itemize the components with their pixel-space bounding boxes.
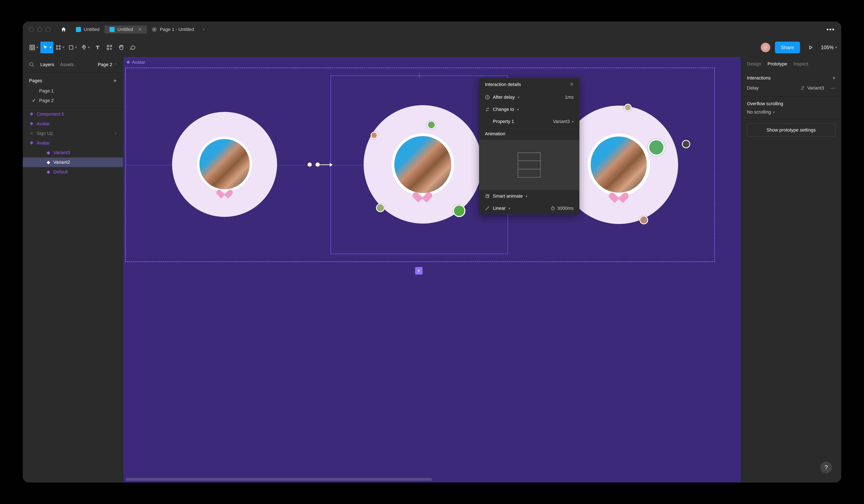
duration-value[interactable]: 3000ms — [557, 206, 574, 211]
connection-start-handle[interactable] — [315, 163, 320, 167]
layer-row[interactable]: ◆ Default — [23, 167, 123, 177]
layers-tab[interactable]: Layers — [40, 62, 54, 67]
orbit-avatar — [453, 205, 466, 217]
home-button[interactable] — [56, 25, 71, 34]
chevron-down-icon: ▾ — [75, 45, 77, 49]
page-item[interactable]: Page 1 — [29, 86, 117, 96]
trigger-row[interactable]: After delay ▾ 1ms — [479, 91, 579, 103]
resources-tool[interactable] — [104, 41, 115, 53]
shape-tool[interactable]: ▾ — [66, 41, 79, 53]
move-tool[interactable]: ▾ — [40, 41, 53, 53]
layer-label: Avatar — [37, 121, 50, 127]
stopwatch-icon — [551, 206, 555, 211]
check-icon: ✓ — [32, 98, 36, 103]
show-prototype-settings-button[interactable]: Show prototype settings — [747, 123, 835, 137]
comment-tool[interactable] — [127, 41, 139, 53]
svg-rect-7 — [107, 48, 109, 50]
file-tab[interactable]: Untitled — [71, 25, 105, 34]
trigger-label: After delay — [493, 95, 515, 100]
add-interaction-button[interactable]: + — [833, 75, 835, 81]
hand-tool[interactable] — [115, 41, 127, 53]
resize-handle[interactable] — [419, 73, 420, 78]
page-label: Page 2 — [39, 98, 54, 103]
user-avatar[interactable] — [761, 43, 770, 52]
chevron-icon: ⌃ — [114, 63, 117, 67]
heart-icon — [219, 186, 230, 195]
layer-label: Component 5 — [37, 111, 64, 117]
popup-title: Interaction details — [485, 82, 521, 87]
interaction-trigger: Delay — [747, 85, 759, 91]
toolbar: ▾ ▾ ▾ ▾ ▾ — [23, 37, 841, 57]
text-tool[interactable] — [92, 41, 104, 53]
design-tab[interactable]: Design — [747, 61, 761, 67]
action-row[interactable]: Change to ▾ — [479, 103, 579, 116]
page-item-active[interactable]: ✓ Page 2 — [29, 96, 117, 105]
chevron-down-icon: ▾ — [37, 45, 38, 49]
overflow-section: Overflow scrolling No scrolling ▾ — [741, 97, 841, 119]
layer-row[interactable]: ❖ Avatar — [23, 119, 123, 129]
svg-rect-5 — [107, 45, 109, 47]
frame-label-text: Avatar — [132, 60, 145, 65]
close-popup-button[interactable]: ✕ — [570, 82, 574, 87]
svg-rect-1 — [33, 45, 35, 47]
new-tab-button[interactable]: + — [199, 25, 208, 34]
horizontal-scrollbar[interactable] — [126, 478, 432, 481]
share-button[interactable]: Share — [775, 41, 800, 53]
layer-row[interactable]: ❖ Component 5 — [23, 109, 123, 119]
animation-preview — [479, 140, 579, 190]
avatar-photo — [591, 136, 647, 193]
svg-rect-3 — [33, 48, 35, 50]
connection-arrow — [320, 164, 332, 165]
zoom-control[interactable]: 105% ▾ — [821, 45, 837, 50]
maximize-window-button[interactable] — [45, 27, 50, 32]
remove-interaction-button[interactable]: — — [831, 85, 835, 91]
layer-row-selected[interactable]: ◆ Variant2 — [23, 157, 123, 167]
interaction-row[interactable]: Delay Variant3 — — [747, 84, 835, 93]
app-menu-button[interactable]: ••• — [820, 26, 841, 33]
page-selector[interactable]: Page 2 ⌃ — [98, 62, 117, 67]
layer-row[interactable]: ◆ Variant3 — [23, 148, 123, 157]
file-tab-active[interactable]: Untitled ✕ — [105, 25, 147, 34]
frame-tool[interactable]: ▾ — [53, 41, 66, 53]
left-panel: Layers Assets Page 2 ⌃ Pages + Page 1 ✓ — [23, 57, 123, 482]
layer-label: Sign Up — [37, 131, 53, 136]
file-tab[interactable]: Page 1 - Untitled — [147, 25, 199, 34]
close-tab-icon[interactable]: ✕ — [138, 27, 142, 32]
window-controls — [23, 27, 56, 32]
clock-icon — [485, 95, 490, 100]
present-button[interactable] — [805, 41, 816, 53]
property-value: Variant3 — [553, 119, 570, 124]
minimize-window-button[interactable] — [37, 27, 42, 32]
orbit-avatar — [427, 121, 435, 129]
connection-start-handle[interactable] — [308, 163, 312, 167]
variant-icon: ◆ — [46, 150, 51, 155]
property-row[interactable]: Property 1 Variant3 ▾ — [479, 116, 579, 128]
heart-icon — [416, 188, 429, 199]
frame-label[interactable]: ❖ Avatar — [126, 60, 145, 65]
trigger-value[interactable]: 1ms — [565, 95, 574, 100]
search-icon[interactable] — [29, 62, 35, 67]
canvas[interactable]: ❖ Avatar — [123, 57, 741, 482]
chevron-down-icon: ▾ — [517, 108, 519, 111]
layers-list: ❖ Component 5 ❖ Avatar ⌗ Sign Up ↕ ❖ Ava… — [23, 108, 123, 177]
interactions-section: Interactions + Delay Variant3 — — [741, 71, 841, 97]
heart-icon — [613, 189, 625, 199]
curve-row[interactable]: Linear ▾ 3000ms — [479, 202, 579, 214]
add-page-button[interactable]: + — [113, 77, 117, 84]
layer-row[interactable]: ⌗ Sign Up ↕ — [23, 129, 123, 138]
chevron-down-icon: ▾ — [508, 206, 510, 211]
pen-tool[interactable]: ▾ — [79, 41, 92, 53]
inspect-tab[interactable]: Inspect — [793, 61, 808, 67]
assets-tab[interactable]: Assets — [60, 62, 74, 67]
add-variant-button[interactable]: + — [415, 267, 423, 275]
layer-row[interactable]: ❖ Avatar — [23, 138, 123, 148]
animate-type-row[interactable]: Smart animate ▾ — [479, 190, 579, 202]
prototype-tab[interactable]: Prototype — [767, 61, 787, 67]
help-button[interactable]: ? — [820, 461, 832, 473]
overflow-select[interactable]: No scrolling ▾ — [747, 109, 835, 115]
close-window-button[interactable] — [29, 27, 34, 32]
component-icon: ❖ — [29, 121, 34, 127]
curve-label: Linear — [493, 206, 506, 211]
main-menu-button[interactable]: ▾ — [27, 41, 40, 53]
animation-section-label: Animation — [479, 128, 579, 140]
